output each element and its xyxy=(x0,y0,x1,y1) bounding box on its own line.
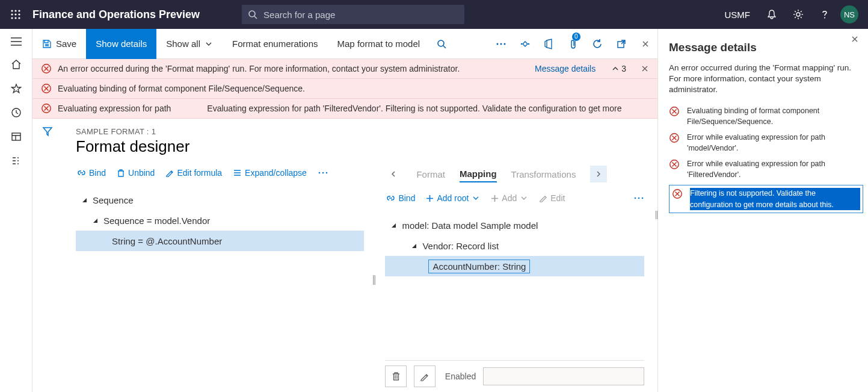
svg-point-19 xyxy=(497,43,499,45)
app-launcher-icon[interactable] xyxy=(4,9,28,20)
popout-icon[interactable] xyxy=(609,29,633,59)
svg-point-18 xyxy=(438,40,444,46)
search-placeholder: Search for a page xyxy=(263,10,335,20)
help-icon[interactable] xyxy=(811,0,838,29)
mod
modules-icon[interactable] xyxy=(11,155,22,166)
tree-node-selected[interactable]: AccountNumber: String xyxy=(385,256,644,276)
clock-icon[interactable] xyxy=(11,107,22,118)
svg-point-16 xyxy=(17,160,19,161)
svg-point-9 xyxy=(18,17,20,19)
bind-right-button[interactable]: Bind xyxy=(386,193,415,203)
bell-icon[interactable] xyxy=(759,0,785,29)
svg-point-6 xyxy=(18,13,20,15)
more-icon[interactable] xyxy=(489,29,513,59)
chevron-down-icon xyxy=(205,40,213,48)
action-bar: Save Show details Show all Format enumer… xyxy=(32,29,657,59)
filter-icon[interactable] xyxy=(42,126,53,392)
svg-point-12 xyxy=(824,17,825,19)
bottom-bar: Enabled xyxy=(385,360,644,392)
save-button[interactable]: Save xyxy=(32,29,86,59)
tab-mapping[interactable]: Mapping xyxy=(460,166,497,182)
hamburger-icon[interactable] xyxy=(11,37,22,46)
enabled-field[interactable] xyxy=(483,367,644,385)
tab-format[interactable]: Format xyxy=(416,167,445,182)
plus-icon xyxy=(426,194,434,202)
expand-icon xyxy=(81,196,88,204)
splitter[interactable]: ‖ xyxy=(371,166,377,392)
expand-icon xyxy=(91,217,99,224)
svg-point-3 xyxy=(18,10,20,11)
tree-node[interactable]: model: Data model Sample model xyxy=(385,215,644,235)
pencil-icon xyxy=(539,194,547,202)
collapse-errors-button[interactable]: 3 xyxy=(611,64,626,73)
format-enumerations-button[interactable]: Format enumerations xyxy=(223,29,328,59)
svg-point-23 xyxy=(528,43,529,44)
gear-icon[interactable] xyxy=(785,0,811,29)
refresh-icon[interactable] xyxy=(585,29,609,59)
tab-prev-icon[interactable] xyxy=(385,166,402,182)
tree-node[interactable]: Sequence = model.Vendor xyxy=(76,210,364,231)
svg-point-1 xyxy=(11,10,13,11)
message-row[interactable]: Error while evaluating expression for pa… xyxy=(669,132,863,154)
bind-button[interactable]: Bind xyxy=(77,168,106,178)
more-right-icon[interactable] xyxy=(633,196,644,200)
error-icon xyxy=(669,106,680,117)
chevron-down-icon xyxy=(520,194,528,202)
enabled-label: Enabled xyxy=(445,372,476,381)
svg-point-29 xyxy=(638,198,640,199)
message-row[interactable]: Evaluating binding of format component F… xyxy=(669,105,863,127)
breadcrumb: SAMPLE FORMAT : 1 xyxy=(76,127,644,136)
svg-point-20 xyxy=(500,43,502,45)
error-icon xyxy=(669,159,680,170)
edit-right-button: Edit xyxy=(539,193,565,203)
tree-node[interactable]: Sequence xyxy=(76,190,364,210)
page-title: Format designer xyxy=(76,137,644,156)
svg-point-10 xyxy=(249,11,255,17)
svg-point-11 xyxy=(796,13,800,16)
message-row-selected[interactable]: Filtering is not supported. Validate the… xyxy=(669,185,863,213)
edit-bottom-button[interactable] xyxy=(414,366,436,387)
tab-transformations[interactable]: Transformations xyxy=(511,167,576,182)
tree-node-selected[interactable]: String = @.AccountNumber xyxy=(76,231,364,251)
more-left-icon[interactable] xyxy=(318,171,328,175)
message-details-link[interactable]: Message details xyxy=(535,64,596,73)
mapping-pane: Format Mapping Transformations Bind Add … xyxy=(377,166,644,392)
expand-icon xyxy=(410,242,417,249)
link-icon xyxy=(77,169,86,178)
panel-splitter[interactable]: ‖ xyxy=(654,210,659,219)
close-panel-icon[interactable] xyxy=(851,35,860,44)
home-icon[interactable] xyxy=(11,59,22,70)
error-banner-1: An error occurred during the 'Format map… xyxy=(32,59,657,79)
attach-icon[interactable]: 0 xyxy=(561,29,585,59)
show-details-button[interactable]: Show details xyxy=(86,29,156,59)
avatar[interactable]: NS xyxy=(840,5,858,23)
show-all-button[interactable]: Show all xyxy=(156,29,223,59)
company-picker[interactable]: USMF xyxy=(725,10,751,20)
tree-node[interactable]: Vendor: Record list xyxy=(385,235,644,256)
map-format-to-model-button[interactable]: Map format to model xyxy=(328,29,430,59)
svg-point-17 xyxy=(17,163,19,164)
format-tree-pane: Bind Unbind Edit formula Expand/collapse… xyxy=(76,166,371,392)
app-title: Finance and Operations Preview xyxy=(32,8,200,21)
tab-next-icon[interactable] xyxy=(590,166,607,182)
star-icon[interactable] xyxy=(11,83,22,94)
edit-formula-button[interactable]: Edit formula xyxy=(165,168,222,178)
panel-intro: An error occurred during the 'Format map… xyxy=(669,63,863,96)
unbind-button[interactable]: Unbind xyxy=(117,168,155,178)
svg-point-25 xyxy=(319,172,321,174)
add-root-button[interactable]: Add root xyxy=(426,193,480,203)
error-icon xyxy=(41,63,52,74)
dismiss-error-icon[interactable] xyxy=(641,64,649,73)
delete-button[interactable] xyxy=(385,366,407,387)
office-icon[interactable] xyxy=(537,29,561,59)
workspace-icon[interactable] xyxy=(11,131,22,142)
expand-collapse-button[interactable]: Expand/collapse xyxy=(233,168,307,178)
close-icon[interactable] xyxy=(633,29,657,59)
attach-badge: 0 xyxy=(572,33,580,41)
search-input[interactable]: Search for a page xyxy=(242,5,464,24)
find-icon[interactable] xyxy=(429,29,454,59)
link-icon xyxy=(386,194,395,203)
svg-point-15 xyxy=(17,157,19,158)
options-diamond-icon[interactable] xyxy=(513,29,537,59)
message-row[interactable]: Error while evaluating expression for pa… xyxy=(669,158,863,180)
